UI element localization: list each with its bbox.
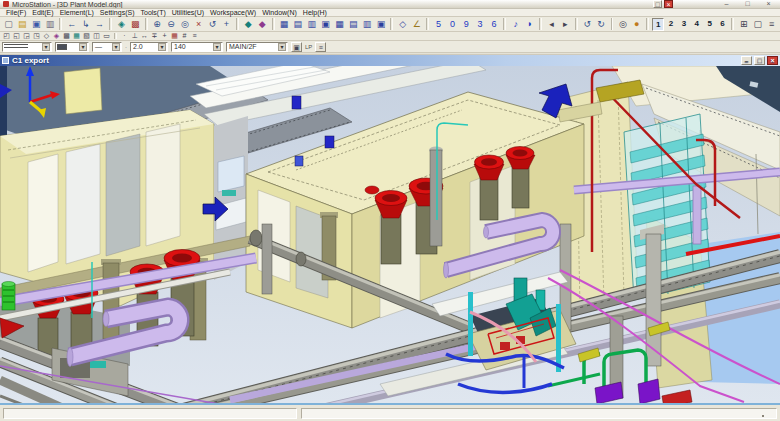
doc-restore-button[interactable]: □ [653,0,662,8]
menu-workspace[interactable]: Workspace(W) [207,9,259,17]
save-file-button[interactable]: ▣ [30,18,43,31]
prev-tool-button[interactable]: ◂ [545,18,558,31]
view-toggle-1[interactable]: 1 [652,18,664,31]
menu-edit[interactable]: Edit(E) [29,9,56,17]
doc-close-button[interactable]: × [664,0,673,8]
menu-window[interactable]: Window(N) [259,9,300,17]
view-close-button[interactable]: × [767,56,778,65]
keyin-button[interactable]: 0 [446,18,459,31]
forward-button[interactable]: → [93,18,106,31]
active-color-combo[interactable]: ▾ [55,42,89,52]
menu-help[interactable]: Help(H) [300,9,330,17]
view-window-titlebar[interactable]: C1 export –□× [0,55,780,66]
accudraw-button[interactable]: 5 [432,18,445,31]
print-button[interactable]: ▥ [44,18,57,31]
active-scale-combo[interactable]: 140▾ [171,42,223,52]
back-button[interactable]: ← [65,18,78,31]
chevron-down-icon[interactable]: ▾ [42,43,50,51]
menu-tools[interactable]: Tools(T) [137,9,168,17]
main-tool-1[interactable]: ◰ [2,32,11,41]
select-arrow-button[interactable]: ↳ [79,18,92,31]
chevron-down-icon[interactable]: ▾ [158,43,166,51]
tile-windows-button[interactable]: ▢ [751,18,764,31]
cascade-windows-button[interactable]: ⊞ [737,18,750,31]
snap-tool-7[interactable]: # [180,32,189,41]
angle-button[interactable]: ∠ [410,18,423,31]
view-window-1-button[interactable]: ▦ [278,18,291,31]
view-toggle-5[interactable]: 5 [704,18,716,31]
close-button[interactable]: × [764,0,773,8]
new-file-button[interactable]: ▢ [2,18,15,31]
browse-button[interactable]: ● [630,18,643,31]
view-toggle-2[interactable]: 2 [665,18,677,31]
redo-button[interactable]: ↻ [595,18,608,31]
maximize-button[interactable]: □ [743,0,752,8]
zoom-in-button[interactable]: ⊕ [151,18,164,31]
locks-button[interactable]: 6 [488,18,501,31]
view-window-6-button[interactable]: ▤ [347,18,360,31]
zoom-window-button[interactable]: ◎ [178,18,191,31]
view-toggle-4[interactable]: 4 [691,18,703,31]
arrange-windows-button[interactable]: ≡ [765,18,778,31]
main-tool-7[interactable]: ▩ [62,32,71,41]
main-tool-10[interactable]: ◫ [92,32,101,41]
snaps-button[interactable]: 3 [474,18,487,31]
snap-tool-3[interactable]: ↔ [140,32,149,41]
main-tool-11[interactable]: ▭ [102,32,111,41]
update-view-button[interactable]: ↺ [206,18,219,31]
raster-button[interactable]: ▩ [129,18,142,31]
cell-library-button[interactable]: ♪ [509,18,522,31]
menu-file[interactable]: File(F) [3,9,29,17]
main-tool-3[interactable]: ◲ [22,32,31,41]
menu-settings[interactable]: Settings(S) [97,9,138,17]
blue-marker[interactable] [295,156,303,166]
open-file-button[interactable]: ▤ [16,18,29,31]
chevron-down-icon[interactable]: ▾ [213,43,221,51]
main-tool-9[interactable]: ▧ [82,32,91,41]
link-button[interactable]: ◆ [242,18,255,31]
snap-tool-5[interactable]: + [160,32,169,41]
view-window-3-button[interactable]: ▥ [305,18,318,31]
viewport-3d[interactable] [0,66,780,405]
blue-marker[interactable] [325,136,334,148]
zoom-out-button[interactable]: ⊖ [165,18,178,31]
main-tool-6[interactable]: ◈ [52,32,61,41]
active-level-combo[interactable]: ▾ [2,42,52,52]
menu-utilities[interactable]: Utilities(U) [169,9,207,17]
active-cell-combo[interactable]: MAIN/2F▾ [226,42,288,52]
settings-toggle-button[interactable]: ≡ [315,42,326,52]
chevron-down-icon[interactable]: ▾ [112,43,120,51]
active-weight-combo[interactable]: 2.0▾ [130,42,168,52]
valve-red[interactable] [365,186,379,194]
snap-tool-6[interactable]: ▦ [170,32,179,41]
snap-tool-1[interactable]: · [120,32,129,41]
minimize-button[interactable]: – [722,0,731,8]
pattern-button[interactable]: ◗ [523,18,536,31]
view-restore-button[interactable]: □ [754,56,765,65]
tag-button[interactable]: ◆ [256,18,269,31]
chevron-down-icon[interactable]: ▾ [278,43,286,51]
view-window-5-button[interactable]: ▦ [333,18,346,31]
view-window-7-button[interactable]: ▥ [361,18,374,31]
view-minimize-button[interactable]: – [741,56,752,65]
find-button[interactable]: ◎ [616,18,629,31]
main-tool-5[interactable]: ◇ [42,32,51,41]
menu-element[interactable]: Element(L) [57,9,97,17]
lock-toggle-button[interactable]: ▣ [291,42,302,52]
popset-button[interactable]: 9 [460,18,473,31]
snap-tool-4[interactable]: ∓ [150,32,159,41]
view-window-8-button[interactable]: ▣ [375,18,388,31]
undo-button[interactable]: ↺ [581,18,594,31]
chevron-down-icon[interactable]: ▾ [79,43,87,51]
main-tool-2[interactable]: ◱ [12,32,21,41]
view-window-4-button[interactable]: ▣ [319,18,332,31]
reference-button[interactable]: ◈ [115,18,128,31]
next-tool-button[interactable]: ▸ [559,18,572,31]
models-button[interactable]: ◇ [396,18,409,31]
pan-view-button[interactable]: + [220,18,233,31]
close-view-button[interactable]: × [192,18,205,31]
main-tool-8[interactable]: ▦ [72,32,81,41]
blue-marker[interactable] [292,96,301,109]
snap-tool-8[interactable]: ≡ [190,32,199,41]
main-tool-4[interactable]: ◳ [32,32,41,41]
